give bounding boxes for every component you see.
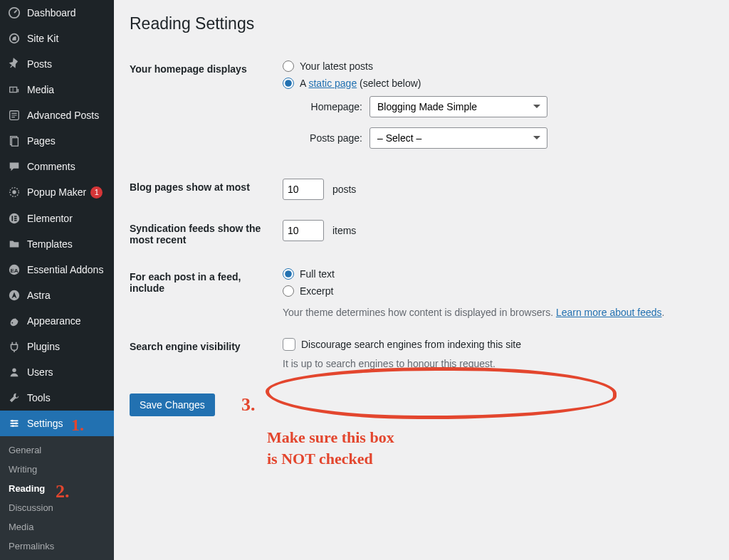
svg-rect-12	[14, 218, 17, 219]
sidebar-item-pages[interactable]: Pages	[0, 128, 114, 154]
sidebar-item-dashboard[interactable]: Dashboard	[0, 0, 114, 26]
radio-excerpt[interactable]: Excerpt	[283, 285, 706, 297]
submenu-media[interactable]: Media	[0, 517, 114, 537]
svg-point-3	[17, 89, 19, 90]
pages-icon	[7, 134, 21, 148]
settings-content: Reading Settings Your homepage displays …	[114, 0, 729, 560]
radio-latest-posts-label: Your latest posts	[300, 60, 373, 72]
sidebar-item-tools[interactable]: Tools	[0, 385, 114, 411]
radio-excerpt-input[interactable]	[283, 285, 294, 297]
blog-pages-unit: posts	[332, 184, 356, 195]
posts-page-select[interactable]: – Select –	[369, 127, 547, 149]
sidebar-item-users[interactable]: Users	[0, 359, 114, 385]
sidebar-item-essential-addons[interactable]: EA Essential Addons	[0, 257, 114, 282]
astra-icon	[7, 288, 21, 302]
homepage-select[interactable]: Blogging Made Simple	[369, 96, 547, 117]
sidebar-item-astra[interactable]: Astra	[0, 282, 114, 308]
popup-icon	[7, 185, 21, 199]
radio-full-text-label: Full text	[300, 268, 335, 280]
plugins-icon	[7, 339, 21, 354]
sidebar-item-plugins[interactable]: Plugins	[0, 334, 114, 359]
settings-icon	[7, 416, 21, 430]
syndication-unit: items	[332, 225, 356, 236]
homepage-select-label: Homepage:	[300, 101, 362, 112]
sidebar-item-label: Appearance	[27, 315, 81, 327]
posts-page-select-label: Posts page:	[300, 132, 362, 144]
pin-icon	[7, 57, 21, 71]
comments-icon	[7, 159, 21, 174]
submenu-writing[interactable]: Writing	[0, 460, 114, 479]
svg-text:EA: EA	[10, 267, 18, 273]
tools-icon	[7, 391, 21, 405]
submenu-reading[interactable]: Reading	[0, 479, 114, 498]
annotation-3: 3.	[241, 394, 256, 416]
sidebar-item-label: Templates	[27, 238, 73, 250]
submenu-discussion[interactable]: Discussion	[0, 498, 114, 517]
syndication-input[interactable]	[283, 220, 324, 241]
svg-point-19	[11, 420, 14, 422]
svg-point-21	[12, 425, 14, 427]
svg-rect-11	[14, 216, 17, 217]
svg-point-17	[11, 322, 13, 324]
sidebar-item-templates[interactable]: Templates	[0, 231, 114, 257]
radio-excerpt-label: Excerpt	[300, 285, 333, 297]
sidebar-item-label: Comments	[27, 161, 75, 172]
discourage-indexing-label: Discourage search engines from indexing …	[301, 339, 521, 350]
sidebar-item-label: Essential Addons	[27, 264, 103, 275]
sidebar-item-comments[interactable]: Comments	[0, 154, 114, 179]
sidebar-item-advanced-posts[interactable]: Advanced Posts	[0, 102, 114, 128]
appearance-icon	[7, 314, 21, 328]
settings-form: Your homepage displays Your latest posts…	[130, 51, 713, 379]
sidebar-item-popup-maker[interactable]: Popup Maker 1	[0, 179, 114, 205]
sidebar-item-label: Astra	[27, 290, 51, 301]
sidebar-item-label: Dashboard	[27, 7, 76, 19]
blog-pages-input[interactable]	[283, 179, 324, 200]
radio-static-page-input[interactable]	[283, 78, 294, 89]
svg-point-8	[12, 191, 16, 194]
homepage-displays-label: Your homepage displays	[130, 51, 283, 169]
radio-full-text-input[interactable]	[283, 268, 294, 280]
media-icon	[7, 83, 21, 97]
radio-latest-posts[interactable]: Your latest posts	[283, 60, 706, 72]
submenu-permalinks[interactable]: Permalinks	[0, 537, 114, 556]
sitekit-icon	[7, 31, 21, 46]
svg-point-18	[12, 369, 16, 372]
visibility-help-text: It is up to search engines to honour thi…	[283, 358, 706, 369]
discourage-indexing-row[interactable]: Discourage search engines from indexing …	[283, 338, 706, 351]
radio-full-text[interactable]: Full text	[283, 268, 706, 280]
dashboard-icon	[7, 6, 21, 20]
sidebar-item-label: Pages	[27, 135, 56, 147]
svg-rect-6	[11, 138, 18, 147]
static-page-link[interactable]: static page	[308, 78, 357, 89]
syndication-label: Syndication feeds show the most recent	[130, 210, 283, 258]
sidebar-item-label: Elementor	[27, 213, 73, 224]
sidebar-item-sitekit[interactable]: Site Kit	[0, 26, 114, 51]
advposts-icon	[7, 108, 21, 122]
submenu-general[interactable]: General	[0, 440, 114, 460]
learn-more-feeds-link[interactable]: Learn more about feeds	[556, 307, 662, 318]
visibility-label: Search engine visibility	[130, 328, 283, 379]
admin-sidebar: Dashboard Site Kit Posts Media Advanced …	[0, 0, 114, 560]
sidebar-item-media[interactable]: Media	[0, 77, 114, 102]
sidebar-item-label: Users	[27, 366, 53, 378]
radio-latest-posts-input[interactable]	[283, 60, 294, 72]
sidebar-item-label: Plugins	[27, 341, 60, 352]
notification-badge: 1	[90, 186, 103, 199]
discourage-indexing-checkbox[interactable]	[283, 338, 295, 351]
settings-submenu: General Writing Reading Discussion Media…	[0, 436, 114, 560]
svg-rect-13	[14, 219, 17, 221]
sidebar-item-label: Popup Maker	[27, 186, 86, 198]
sidebar-item-appearance[interactable]: Appearance	[0, 308, 114, 334]
radio-static-page[interactable]: A static page (select below)	[283, 78, 706, 89]
sidebar-item-settings[interactable]: Settings	[0, 411, 114, 436]
sidebar-item-label: Tools	[27, 392, 51, 403]
blog-pages-label: Blog pages show at most	[130, 169, 283, 210]
sidebar-item-elementor[interactable]: Elementor	[0, 206, 114, 231]
save-changes-button[interactable]: Save Changes	[130, 393, 215, 416]
page-title: Reading Settings	[130, 14, 713, 33]
feed-description: Your theme determines how content is dis…	[283, 307, 706, 318]
sidebar-item-posts[interactable]: Posts	[0, 51, 114, 77]
sidebar-item-label: Media	[27, 84, 54, 95]
svg-rect-10	[11, 216, 13, 221]
ea-icon: EA	[7, 263, 21, 277]
